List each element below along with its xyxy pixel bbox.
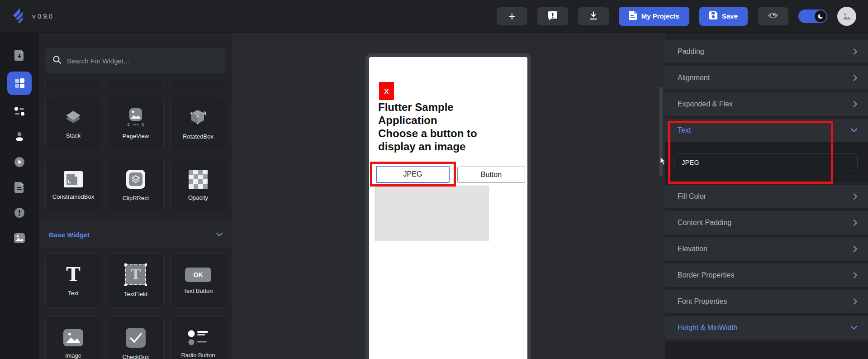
chevron-right-icon [851, 298, 857, 305]
text-icon: T [66, 265, 80, 284]
widget-library-panel: Stack PageView [39, 33, 232, 359]
widget-tile-constrainedbox[interactable]: ConstrainedBox [45, 158, 101, 212]
text-value-input[interactable] [674, 153, 858, 171]
nav-properties[interactable] [9, 102, 29, 120]
property-row-alignment[interactable]: Alignment [665, 66, 868, 90]
property-row-elevation[interactable]: Elevation [665, 237, 868, 261]
property-row-border-properties[interactable]: Border Properties [665, 263, 868, 287]
text-widget-title[interactable]: Flutter Sample Application Choose a butt… [378, 101, 494, 153]
image-widget-icon [63, 329, 84, 347]
chevron-down-icon [216, 230, 223, 236]
moon-icon [817, 13, 824, 19]
widget-tile-pageview[interactable]: PageView [108, 96, 164, 150]
expanded-section-clipped [665, 342, 868, 359]
image-icon [14, 233, 25, 243]
widget-row: T Text T TextField OK Text Button [45, 254, 226, 308]
widget-tile-checkbox[interactable]: CheckBox [108, 316, 164, 359]
property-row-height-minwidth[interactable]: Height & MinWidth [665, 316, 868, 340]
device-preview: X Flutter Sample Application Choose a bu… [365, 53, 531, 359]
search-input[interactable] [67, 57, 218, 65]
preview-button[interactable] [758, 7, 788, 25]
title-line-1: Flutter Sample Application [378, 101, 494, 127]
checkbox-icon [125, 327, 146, 348]
widget-tile-partial[interactable] [108, 80, 164, 88]
widget-tile-image[interactable]: Image [45, 316, 101, 359]
property-row-padding[interactable]: Padding [665, 40, 868, 63]
widget-row: Stack PageView [45, 96, 226, 150]
design-canvas[interactable]: X Flutter Sample Application Choose a bu… [232, 33, 665, 359]
jpeg-button[interactable]: JPEG [376, 166, 450, 183]
nav-account[interactable] [9, 128, 29, 146]
chevron-right-icon [851, 272, 857, 278]
nav-widgets[interactable] [7, 72, 32, 95]
widget-tile-opacity[interactable]: Opacity [170, 158, 226, 212]
plus-icon: + [508, 10, 515, 22]
widget-tile-rotatedbox[interactable]: RotatedBox [170, 96, 226, 150]
section-base-widget[interactable]: Base Widget [39, 222, 232, 247]
my-projects-button[interactable]: My Projects [619, 7, 689, 26]
chevron-right-icon [851, 220, 857, 226]
button-widget[interactable]: Button [457, 167, 525, 183]
text-property-editor [665, 142, 868, 182]
widgets-grid-icon [14, 78, 25, 89]
nav-import-widget[interactable] [9, 46, 29, 64]
chevron-right-icon [851, 48, 857, 55]
left-nav-rail [0, 33, 39, 359]
pageview-icon [125, 107, 146, 127]
search-icon [52, 55, 62, 66]
app-header: v 0.9.0 + [0, 0, 868, 33]
my-projects-label: My Projects [641, 12, 679, 20]
widget-tile-cliprrect[interactable]: ClipRRect [108, 158, 164, 212]
widget-row: Image CheckBox Radio Button [45, 316, 226, 359]
download-button[interactable] [578, 7, 609, 25]
file-download-icon [14, 50, 24, 61]
panel-scrollbar-thumb[interactable] [659, 87, 663, 177]
chevron-right-icon [851, 246, 857, 252]
widget-search [45, 48, 225, 73]
widget-tile-partial[interactable] [45, 80, 101, 88]
widget-row-partial [45, 80, 226, 88]
projects-doc-icon [629, 11, 637, 21]
save-button[interactable]: Save [699, 7, 748, 26]
feedback-button[interactable] [537, 7, 568, 25]
nav-run-preview[interactable] [9, 153, 29, 171]
save-label: Save [722, 12, 738, 20]
nav-assets[interactable] [9, 229, 29, 247]
property-row-expanded-flex[interactable]: Expanded & Flex [665, 92, 868, 116]
property-row-text[interactable]: Text [665, 119, 868, 142]
add-screen-button[interactable]: + [497, 7, 527, 25]
nav-code-docs[interactable] [9, 178, 29, 196]
properties-panel: Padding Alignment Expanded & Flex Text F… [665, 33, 868, 359]
stack-icon [62, 108, 85, 127]
property-row-content-padding[interactable]: Content Padding [665, 211, 868, 235]
widget-tile-textfield[interactable]: T TextField [108, 254, 164, 308]
opacity-icon [189, 170, 208, 189]
feedback-icon [548, 10, 558, 22]
download-icon [588, 10, 598, 22]
chevron-down-icon [851, 323, 857, 330]
widget-tile-stack[interactable]: Stack [45, 96, 101, 150]
person-icon [14, 132, 24, 142]
widget-tile-text[interactable]: T Text [45, 254, 101, 308]
app-logo [12, 7, 24, 26]
image-placeholder[interactable] [375, 186, 489, 241]
radio-button-icon [187, 329, 209, 346]
widget-tile-radiobutton[interactable]: Radio Button [170, 316, 226, 359]
error-icon [14, 207, 25, 218]
dark-mode-toggle[interactable] [798, 10, 827, 23]
save-icon [709, 11, 717, 21]
chevron-right-icon [851, 193, 857, 200]
widget-row: ConstrainedBox ClipRRect Opacity [45, 158, 226, 212]
document-icon [14, 182, 24, 193]
chevron-right-icon [851, 101, 857, 107]
eye-icon [767, 11, 779, 21]
nav-issues[interactable] [9, 204, 29, 222]
avatar[interactable] [837, 7, 856, 26]
widget-tile-partial[interactable] [170, 80, 226, 88]
textfield-icon: T [125, 264, 146, 285]
broken-image-placeholder[interactable]: X [379, 82, 394, 100]
property-row-font-properties[interactable]: Font Properties [665, 290, 868, 313]
widget-tile-textbutton[interactable]: OK Text Button [170, 254, 226, 308]
rotatedbox-icon [188, 107, 209, 128]
property-row-fill-color[interactable]: Fill Color [665, 185, 868, 208]
